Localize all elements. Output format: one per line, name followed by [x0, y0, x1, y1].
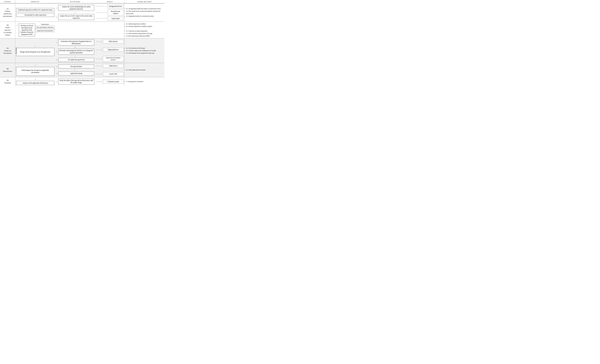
stage-3-tools: ← BIM software ← Digital platforms ← App…: [95, 38, 124, 63]
paper-3-3: 6.2. Development of the augmented realit…: [126, 52, 163, 54]
result-3-main: Design and development of an AR applicat…: [16, 48, 54, 56]
paper-5-1: 7. Concept proof assessment: [126, 80, 163, 83]
paper-list-2: 4.1. Safety inspections workflow 4.2. Se…: [126, 23, 163, 27]
stage-1-label: (1) Problem identification and motivatio…: [0, 3, 15, 22]
header-activities: ACTIVITIES: [55, 0, 95, 3]
paper-2-1: 4.1. Safety inspections workflow: [126, 23, 163, 25]
diagram-table: STAGES RESULTS ACTIVITIES TOOLS PAPER SE…: [0, 0, 164, 86]
stage-3-number: (3): [7, 47, 9, 49]
arrow-dashed-left-1: ←: [105, 5, 107, 8]
tool-1-2: Research team analysis: [108, 9, 124, 16]
arr-d-l-t4-1: ←: [101, 65, 103, 67]
paper-2-2: 4.2. Security inspections workflow analy…: [126, 25, 163, 27]
arrow-left-act3-2: ←: [56, 51, 58, 53]
stage-1-activities: ← Analyze the current methodologies for …: [55, 3, 95, 22]
arrow-dashed-left-2: ←: [105, 11, 107, 14]
arr-d-l-t5-1: ←: [101, 81, 103, 83]
arrow-left-act3-3: ←: [56, 59, 58, 61]
tool-3-2: Digital platforms: [103, 48, 124, 52]
result-1-1: Traditional inspection workflow for cons…: [16, 8, 54, 12]
arrow-down-act3-1: ↓: [75, 46, 76, 48]
arrow-down-s5: ↓: [35, 78, 36, 80]
arrow-right-stage2: →: [16, 24, 18, 26]
activity-5-1: Verify the utility of the app and its ef…: [58, 79, 94, 85]
stage-5-name: Evaluation: [4, 82, 11, 84]
header-results: RESULTS: [15, 0, 55, 3]
activity-3-1: Generation of the protective Equipment d…: [58, 40, 94, 46]
result-2-func: Application functionalities: [36, 29, 54, 32]
paper-1-3: 3.3. Augmented reality for construction …: [126, 15, 163, 17]
stage-1-number: (1): [7, 8, 9, 10]
stage-3-paper: 5.4. User interfaces (UI) design 6.1. Cr…: [124, 38, 164, 63]
stage-2-paper: 4.1. Safety inspections workflow 4.2. Se…: [124, 22, 164, 38]
arrow-left-act3-1: ←: [56, 41, 58, 44]
paper-2b-1: 5.1. Overview of safety inspections.: [126, 30, 163, 32]
header-tools: TOOLS: [95, 0, 124, 3]
tool-4-2: Launch APK: [103, 72, 124, 76]
stage-5-results: ↓ Analysis of the application effectiven…: [15, 77, 55, 86]
result-2-main: Develop an AR tool that improves the ins…: [19, 24, 35, 36]
activity-4-2: Application testing: [58, 72, 94, 75]
activity-3-3: AR Application generation: [58, 58, 94, 62]
arr-d-l-t3-2: ←: [101, 49, 103, 51]
arrow-down-act4: ↓: [75, 69, 76, 71]
stage-4-row: (4) Demonstration ↓ Field testing of the…: [0, 63, 164, 77]
stage-1-name: Problem identification and motivation: [3, 10, 12, 17]
arrow-left-act5-1: ←: [56, 81, 58, 83]
stage-3-row: (3) Design and Development ↓ Design and …: [0, 38, 164, 63]
paper-list-5: 7. Concept proof assessment: [126, 80, 163, 83]
arrow-down-s3: ↓: [35, 45, 36, 47]
stage-4-name: Demonstration: [3, 70, 12, 72]
paper-list-4: 6.3. Final application developed: [126, 69, 163, 71]
stage-2-results: → Develop an AR tool that improves the i…: [15, 22, 55, 38]
stage-2-tools: [95, 22, 124, 38]
arrow-left-act4-1: ←: [56, 65, 58, 68]
paper-2b-3: 5.3. Key performance indicators (KPIs): [126, 35, 163, 37]
stage-2-label: (2) Define objectives of a potential sol…: [0, 22, 15, 38]
stage-4-number: (4): [7, 68, 9, 70]
tool-4-1: Tablet device: [103, 64, 124, 68]
header-paper: PAPER SECTION: [124, 0, 164, 3]
arr-d-l-t4-2: ←: [101, 73, 103, 75]
stage-4-activities: ← Test app functions ↓ ← Application tes…: [55, 63, 95, 77]
activity-1-2: Analyze the use of AR to improve the cur…: [58, 14, 94, 20]
tool-3-3: Application development platform: [103, 56, 124, 62]
tool-5-1: Evaluation system: [103, 80, 124, 84]
stage-1-paper: 3.1. Occupational health and safety in c…: [124, 3, 164, 22]
stage-3-name: Design and Development: [4, 50, 12, 54]
header-stages: STAGES: [0, 0, 15, 3]
stage-3-activities: ← Generation of the protective Equipment…: [55, 38, 95, 63]
stage-2-activities: [55, 22, 95, 38]
iteration-label: Iteration: [15, 47, 17, 54]
paper-list-1: 3.1. Occupational health and safety in c…: [126, 8, 163, 17]
arrow-left-act4-2: ←: [56, 73, 58, 75]
activity-4-1: Test app functions: [58, 65, 94, 68]
arrow-dashed-left-3: ←: [105, 17, 107, 19]
paper-1-2: 3.2. New trends in the construction indu…: [126, 10, 163, 15]
stage-4-paper: 6.3. Final application developed: [124, 63, 164, 77]
stage-2-name: Define objectives of a potential solutio…: [4, 27, 11, 36]
arr-d-l-t3-1: ←: [101, 41, 103, 43]
activity-3-2: Determine and manage the interfaces to e…: [58, 49, 94, 55]
arrow-down-act1: ↓: [75, 11, 76, 13]
paper-list-3: 5.4. User interfaces (UI) design 6.1. Cr…: [126, 47, 163, 54]
arrow-down-s4: ↓: [35, 64, 36, 66]
stage-4-label: (4) Demonstration: [0, 63, 15, 77]
result-2-kpi: Key performance indicators: [36, 26, 54, 29]
tool-3-1: BIM software: [103, 40, 124, 44]
result-5-main: Analysis of the application effectivenes…: [16, 81, 54, 85]
stage-2-row: (2) Define objectives of a potential sol…: [0, 22, 164, 38]
stage-5-tools: ← Evaluation system: [95, 77, 124, 86]
stage-5-paper: 7. Concept proof assessment: [124, 77, 164, 86]
stage-2-number: (2): [7, 24, 9, 26]
paper-3-1: 5.4. User interfaces (UI) design: [126, 47, 163, 49]
result-1-2: AR potential for safety inspections: [16, 13, 54, 17]
arrow-left-1: ←: [56, 7, 58, 9]
result-4-main: Field testing of the AR app in an applic…: [16, 67, 54, 76]
req-label: Requirements: [36, 24, 54, 25]
stage-5-row: (5) Evaluation ↓ Analysis of the applica…: [0, 77, 164, 86]
tool-1-1: Background Review: [108, 5, 124, 8]
stage-5-activities: ← Verify the utility of the app and its …: [55, 77, 95, 86]
stage-1-tools: ← Background Review ← Research team anal…: [95, 3, 124, 22]
stage-5-number: (5): [7, 79, 9, 81]
